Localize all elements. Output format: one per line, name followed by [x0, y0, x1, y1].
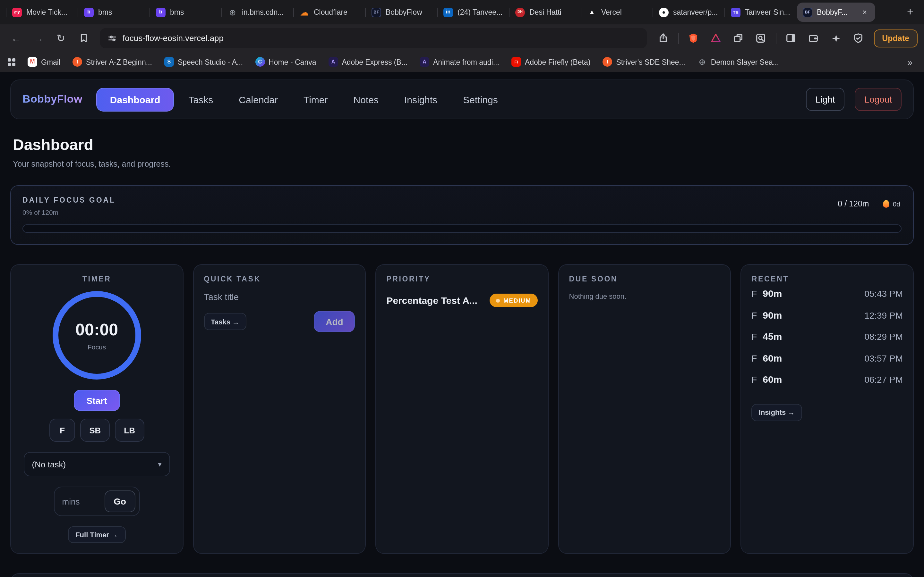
wallet-icon[interactable]: [804, 29, 823, 48]
bookmark-favicon: A: [328, 57, 338, 67]
browser-tab[interactable]: ▲ Vercel: [582, 3, 653, 22]
bookmark-item[interactable]: S Speech Studio - A...: [159, 54, 248, 70]
back-button[interactable]: ←: [6, 29, 26, 48]
toolbar-divider: [775, 32, 776, 44]
tab-favicon: b: [84, 7, 94, 17]
nav-item[interactable]: Notes: [342, 87, 389, 111]
browser-tab[interactable]: ☁ Cloudflare: [294, 3, 366, 22]
go-button[interactable]: Go: [105, 490, 136, 512]
timer-time: 00:00: [75, 320, 118, 340]
brave-shields-icon[interactable]: [684, 29, 703, 48]
bookmark-item[interactable]: Fl Adobe Firefly (Beta): [506, 54, 596, 70]
browser-tab[interactable]: TS Tanveer Sin...: [725, 3, 797, 22]
nav-menu: Dashboard Tasks Calendar Timer Notes Ins…: [97, 87, 509, 111]
session-time: 08:29 PM: [864, 332, 903, 342]
browser-tab[interactable]: in (24) Tanvee...: [438, 3, 509, 22]
flame-icon: [883, 200, 890, 208]
browser-tab[interactable]: BF BobbyFlow: [366, 3, 438, 22]
insights-link[interactable]: Insights →: [752, 404, 802, 421]
tasks-link[interactable]: Tasks →: [204, 313, 246, 330]
browser-tab[interactable]: b bms: [150, 3, 222, 22]
mode-button[interactable]: F: [49, 419, 75, 442]
priority-task-row[interactable]: Percentage Test A... MEDIUM: [386, 293, 537, 307]
tab-favicon: DH: [515, 7, 525, 17]
brave-rewards-icon[interactable]: [706, 29, 725, 48]
forward-button[interactable]: →: [29, 29, 48, 48]
priority-title: PRIORITY: [386, 275, 537, 283]
full-timer-link[interactable]: Full Timer →: [68, 526, 126, 543]
session-type: F: [752, 375, 757, 385]
tab-favicon: ●: [659, 7, 669, 17]
goal-progress-text: 0 / 120m: [838, 199, 869, 208]
bookmark-label: Adobe Express (B...: [342, 58, 407, 66]
bookmark-item[interactable]: A Animate from audi...: [415, 54, 504, 70]
bookmark-item[interactable]: A Adobe Express (B...: [323, 54, 413, 70]
bookmark-item[interactable]: ⊕ Demon Slayer Sea...: [692, 54, 784, 70]
share-icon[interactable]: [654, 29, 673, 48]
nav-item[interactable]: Dashboard: [97, 87, 174, 111]
browser-tab[interactable]: my Movie Tick...: [6, 3, 78, 22]
add-task-button[interactable]: Add: [314, 311, 355, 332]
tab-favicon: in: [443, 7, 453, 17]
browser-tab[interactable]: DH Desi Hatti: [509, 3, 582, 22]
extensions-icon[interactable]: [729, 29, 748, 48]
bookmark-favicon: S: [164, 57, 174, 67]
theme-toggle-button[interactable]: Light: [806, 88, 845, 111]
apps-grid-icon[interactable]: [8, 58, 15, 66]
nav-item[interactable]: Timer: [292, 87, 339, 111]
browser-toolbar: ← → ↻ focus-flow-eosin.vercel.app: [0, 24, 924, 52]
custom-minutes-group: Go: [54, 487, 140, 516]
bookmark-item[interactable]: M Gmail: [23, 54, 65, 70]
nav-item[interactable]: Insights: [393, 87, 448, 111]
start-button[interactable]: Start: [74, 390, 120, 411]
session-type: F: [752, 311, 757, 320]
recent-session-row: F 90m 05:43 PM: [752, 288, 903, 309]
update-button[interactable]: Update: [874, 29, 918, 47]
nav-item[interactable]: Tasks: [178, 87, 224, 111]
tab-favicon: b: [156, 7, 166, 17]
leo-ai-icon[interactable]: [826, 29, 845, 48]
tab-favicon: TS: [731, 7, 740, 17]
session-duration: 45m: [762, 331, 782, 342]
site-settings-icon[interactable]: [108, 34, 117, 43]
recent-session-row: F 60m 06:27 PM: [752, 374, 903, 395]
sidebar-icon[interactable]: [781, 29, 800, 48]
mode-button[interactable]: SB: [80, 419, 110, 442]
bookmarks-overflow-chevron[interactable]: »: [902, 54, 918, 69]
today-focus-card: Today Focus Hourly minutes (total: 0m): [10, 573, 914, 577]
logout-button[interactable]: Logout: [855, 88, 901, 111]
screen: my Movie Tick... b bms b bms ⊕: [0, 0, 924, 577]
nav-item[interactable]: Calendar: [228, 87, 289, 111]
browser-tab[interactable]: b bms: [78, 3, 150, 22]
bookmark-item[interactable]: t Striver A-Z Beginn...: [67, 54, 157, 70]
reload-button[interactable]: ↻: [51, 29, 71, 48]
address-bar[interactable]: focus-flow-eosin.vercel.app: [100, 28, 646, 48]
bookmark-list: M Gmail t Striver A-Z Beginn... S Speech…: [23, 54, 784, 70]
bookmark-label: Striver A-Z Beginn...: [86, 58, 152, 66]
search-panel-icon[interactable]: [751, 29, 771, 48]
recent-session-row: F 60m 03:57 PM: [752, 352, 903, 374]
bookmark-item[interactable]: C Home - Canva: [250, 54, 321, 70]
vpn-shield-icon[interactable]: [849, 29, 868, 48]
tab-favicon: my: [12, 7, 22, 17]
bookmark-label: Animate from audi...: [433, 58, 499, 66]
browser-tab[interactable]: ⊕ in.bms.cdn...: [222, 3, 294, 22]
bookmark-item[interactable]: t Striver's SDE Shee...: [598, 54, 690, 70]
session-duration: 90m: [762, 309, 782, 320]
mode-button[interactable]: LB: [115, 419, 144, 442]
browser-tab[interactable]: BF BobbyF... ×: [797, 3, 875, 22]
timer-card: TIMER 00:00 Focus Start F SB LB (No t: [10, 264, 183, 554]
tab-close-icon[interactable]: ×: [860, 7, 869, 17]
app-logo[interactable]: BobbyFlow: [23, 93, 82, 106]
task-title-input[interactable]: [204, 292, 355, 302]
bookmark-icon[interactable]: [74, 29, 93, 48]
new-tab-button[interactable]: +: [901, 3, 919, 21]
browser-tab[interactable]: ● satanveer/p...: [653, 3, 725, 22]
tab-favicon: BF: [372, 7, 381, 17]
tab-title: BobbyFlow: [386, 8, 432, 16]
task-select[interactable]: (No task) ▾: [24, 452, 170, 476]
tab-title: Cloudflare: [314, 8, 360, 16]
nav-item[interactable]: Settings: [452, 87, 509, 111]
page-title: Dashboard: [13, 136, 911, 154]
minutes-input[interactable]: [62, 496, 99, 506]
